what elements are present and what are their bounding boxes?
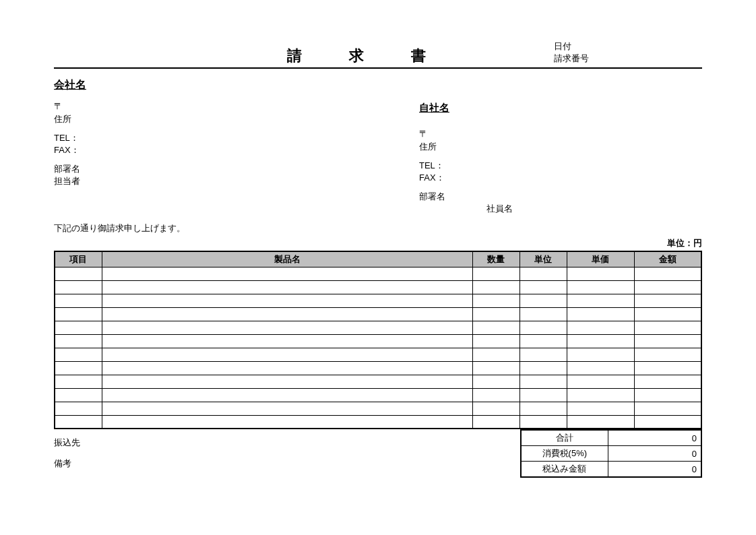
- table-cell: [55, 388, 102, 402]
- table-cell: [567, 294, 634, 307]
- table-cell: [634, 402, 701, 415]
- table-cell: [55, 334, 102, 348]
- table-cell: [567, 267, 634, 280]
- table-cell: [472, 388, 519, 402]
- table-cell: [634, 307, 701, 321]
- client-tel: TEL：: [54, 132, 419, 144]
- client-department: 部署名: [54, 163, 419, 175]
- invoice-number-label: 請求番号: [554, 53, 702, 65]
- table-cell: [519, 415, 567, 429]
- table-cell: [102, 388, 472, 402]
- table-cell: [472, 334, 519, 348]
- table-cell: [519, 334, 567, 348]
- table-cell: [102, 280, 472, 294]
- table-cell: [567, 375, 634, 388]
- table-row: [55, 280, 701, 294]
- table-cell: [102, 402, 472, 415]
- table-row: [55, 321, 701, 334]
- table-cell: [55, 280, 102, 294]
- table-cell: [567, 321, 634, 334]
- grand-value: 0: [608, 462, 701, 478]
- table-cell: [519, 348, 567, 361]
- document-title: 請 求 書: [54, 46, 554, 66]
- table-cell: [567, 361, 634, 375]
- table-cell: [55, 294, 102, 307]
- footer-area: 振込先 備考 合計 0 消費税(5%) 0 税込み金額 0: [54, 429, 702, 478]
- table-cell: [102, 334, 472, 348]
- header-price: 単価: [567, 251, 634, 268]
- self-company-label: 自社名: [419, 100, 702, 115]
- table-cell: [567, 388, 634, 402]
- table-cell: [472, 321, 519, 334]
- table-cell: [102, 267, 472, 280]
- client-address: 住所: [54, 113, 419, 125]
- table-row: [55, 388, 701, 402]
- table-cell: [567, 402, 634, 415]
- unit-label: 単位：円: [54, 237, 702, 249]
- totals-area: 合計 0 消費税(5%) 0 税込み金額 0: [520, 429, 702, 478]
- table-cell: [519, 321, 567, 334]
- table-row: [55, 375, 701, 388]
- self-fax: FAX：: [419, 172, 702, 184]
- header-product: 製品名: [102, 251, 472, 268]
- table-row: [55, 307, 701, 321]
- table-cell: [519, 388, 567, 402]
- tax-label: 消費税(5%): [521, 446, 608, 462]
- table-cell: [102, 294, 472, 307]
- self-tel: TEL：: [419, 160, 702, 172]
- table-cell: [472, 402, 519, 415]
- client-fax: FAX：: [54, 144, 419, 156]
- table-cell: [634, 267, 701, 280]
- table-cell: [55, 361, 102, 375]
- table-cell: [567, 348, 634, 361]
- date-label: 日付: [554, 40, 702, 53]
- table-cell: [567, 307, 634, 321]
- table-cell: [55, 415, 102, 429]
- table-row: [55, 361, 701, 375]
- table-cell: [634, 334, 701, 348]
- tax-row: 消費税(5%) 0: [521, 446, 701, 462]
- table-cell: [55, 375, 102, 388]
- table-cell: [472, 267, 519, 280]
- table-cell: [102, 375, 472, 388]
- table-cell: [472, 361, 519, 375]
- table-cell: [567, 280, 634, 294]
- table-row: [55, 348, 701, 361]
- table-cell: [634, 361, 701, 375]
- table-cell: [519, 361, 567, 375]
- table-cell: [634, 280, 701, 294]
- client-person: 担当者: [54, 175, 419, 187]
- table-cell: [102, 415, 472, 429]
- table-cell: [634, 375, 701, 388]
- header-unit: 単位: [519, 251, 567, 268]
- table-cell: [519, 402, 567, 415]
- table-cell: [472, 280, 519, 294]
- self-department: 部署名: [419, 191, 702, 203]
- table-cell: [102, 321, 472, 334]
- header-row: 請 求 書 日付 請求番号: [54, 40, 702, 69]
- tax-value: 0: [608, 446, 701, 462]
- table-cell: [55, 321, 102, 334]
- self-postal: 〒: [419, 128, 702, 140]
- table-cell: [634, 415, 701, 429]
- note-label: 備考: [54, 453, 520, 474]
- info-columns: 〒 住所 TEL： FAX： 部署名 担当者 自社名 〒 住所 TEL： FAX…: [54, 100, 702, 215]
- table-row: [55, 402, 701, 415]
- table-cell: [102, 307, 472, 321]
- table-row: [55, 267, 701, 280]
- table-header-row: 項目 製品名 数量 単位 単価 金額: [55, 251, 701, 268]
- header-amount: 金額: [634, 251, 701, 268]
- table-cell: [472, 307, 519, 321]
- date-area: 日付 請求番号: [554, 40, 702, 66]
- table-cell: [567, 415, 634, 429]
- table-cell: [472, 375, 519, 388]
- table-cell: [55, 348, 102, 361]
- table-cell: [472, 415, 519, 429]
- table-cell: [472, 294, 519, 307]
- table-cell: [55, 307, 102, 321]
- client-company-label: 会社名: [54, 78, 702, 92]
- transfer-label: 振込先: [54, 432, 520, 453]
- invoice-message: 下記の通り御請求申し上げます。: [54, 222, 702, 234]
- table-row: [55, 294, 701, 307]
- table-cell: [634, 348, 701, 361]
